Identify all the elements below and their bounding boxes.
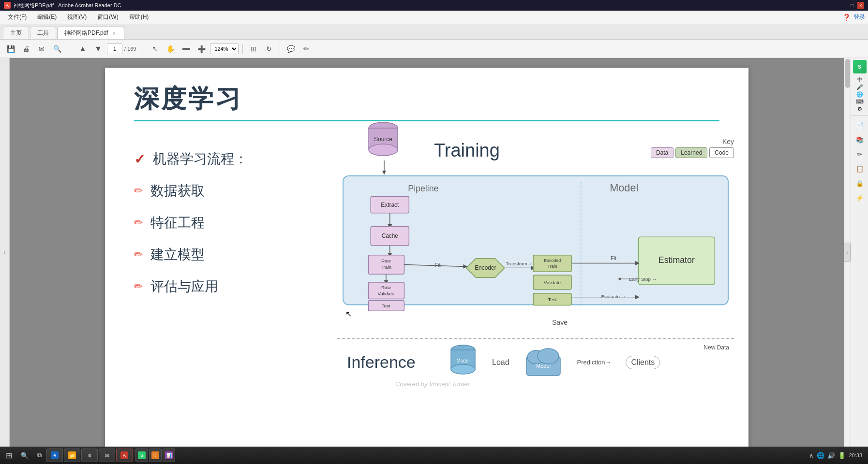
list-item-workflow: ✓ 机器学习流程： [134,150,248,168]
ml-diagram: Source Training Key [337,135,734,380]
more-taskbar-apps: S 🛡 📊 [135,449,175,462]
search-button[interactable]: 🔍 [50,42,64,56]
load-label: Load [492,358,509,367]
app-icon: A [4,2,11,9]
tab-close-icon[interactable]: × [111,30,117,37]
comment-button[interactable]: 💬 [284,42,298,56]
cloud-model-icon: Model [524,347,563,378]
menu-window[interactable]: 窗口(W) [92,12,123,23]
tray-caret[interactable]: ∧ [809,452,814,459]
svg-text:Fit: Fit [611,255,616,261]
task-view-button[interactable]: ⧉ [33,449,45,462]
taskbar-app-6[interactable]: 🛡 [149,449,162,462]
next-page-button[interactable]: ▼ [91,42,105,56]
hand-tool-button[interactable]: ✋ [164,42,177,56]
toolbar: 💾 🖨 ✉ 🔍 ▲ ▼ / 169 ↖ ✋ ➖ ➕ 124% 100% 75% … [0,40,868,58]
svg-point-47 [451,364,475,374]
fit-page-button[interactable]: ⊞ [247,42,260,56]
cursor-tool-button[interactable]: ↖ [148,42,162,56]
sogou-keyboard-icon[interactable]: ⌨ [856,99,864,105]
taskbar-app-folder[interactable]: 📁 [64,449,80,462]
prev-page-button[interactable]: ▲ [76,42,90,56]
right-panel-btn-3[interactable]: ✏ [853,147,867,161]
menu-file[interactable]: 文件(F) [3,12,31,23]
toolbar-separator-1 [68,44,68,54]
tray-network-icon: 🌐 [817,452,824,459]
right-panel-btn-4[interactable]: 📋 [853,162,867,175]
pencil-icon-1: ✏ [134,185,143,197]
taskbar-app-email[interactable]: ✉ [99,449,115,462]
taskbar: ⊞ 🔍 ⧉ e 📁 ⚙ ✉ A S 🛡 📊 ∧ 🌐 🔊 🔋 20:33 [0,447,868,464]
copyright-text: Covered by Vincent Turner [395,380,470,388]
taskbar-app-5[interactable]: S [135,449,148,462]
close-button[interactable]: × [857,2,864,9]
rotate-button[interactable]: ↻ [262,42,276,56]
app6-icon: 🛡 [151,451,159,459]
pencil-icon-2: ✏ [134,217,143,229]
eval-apply-label: 评估与应用 [150,277,218,296]
taskbar-app-acrobat[interactable]: A [116,449,133,462]
sogou-translate-icon[interactable]: 🌐 [856,91,863,98]
page-navigation: ▲ ▼ / 169 [76,42,136,56]
sogou-icon[interactable]: S [853,60,867,73]
list-item-model: ✏ 建立模型 [134,246,248,264]
folder-icon: 📁 [68,451,76,459]
taskbar-app-ie[interactable]: e [46,449,63,462]
sogou-mic-icon[interactable]: 🎤 [856,84,863,90]
pipeline-model-container: Pipeline Model Extract [342,174,729,316]
workflow-label: 机器学习流程： [153,150,248,168]
window-controls: — □ × [840,2,864,9]
zoom-select[interactable]: 124% 100% 75% 150% 200% [210,44,239,54]
scroll-thumb[interactable] [845,59,850,88]
menu-view[interactable]: 视图(V) [62,12,91,23]
menu-edit[interactable]: 编辑(E) [32,12,61,23]
list-item-eval: ✏ 评估与应用 [134,277,248,296]
right-panel-btn-1[interactable]: 📄 [853,118,867,132]
toolbar-separator-2 [144,44,144,54]
sogou-settings-icon[interactable]: ⚙ [857,106,862,112]
right-panel-btn-5[interactable]: 🔒 [853,176,867,190]
pencil-icon-3: ✏ [134,248,143,261]
minimize-button[interactable]: — [840,2,847,9]
help-icon[interactable]: ❓ [842,14,851,21]
pipeline-model-svg: Pipeline Model Extract [342,174,729,314]
pen-button[interactable]: ✏ [299,42,313,56]
svg-text:Validate: Validate [377,291,394,296]
right-panel-btn-2[interactable]: 📚 [853,133,867,146]
svg-text:Test: Test [382,303,390,308]
page-number-input[interactable] [107,44,122,54]
save-button[interactable]: 💾 [4,42,17,56]
right-panel-btn-6[interactable]: ⚡ [853,191,867,204]
zoom-in-button[interactable]: ➕ [195,42,208,56]
svg-point-2 [369,144,398,156]
search-taskbar-button[interactable]: 🔍 [17,449,32,462]
menu-help[interactable]: 帮助(H) [124,12,154,23]
pencil-icon-4: ✏ [134,280,143,293]
right-panel-collapse[interactable]: ‹ [844,243,851,262]
tab-home[interactable]: 主页 [3,27,29,39]
page-total: / 169 [124,46,136,52]
ie-icon: e [51,451,59,459]
tab-tools[interactable]: 工具 [30,27,56,39]
svg-text:Test: Test [548,297,557,302]
toolbar-separator-4 [280,44,280,54]
source-node: Source [366,121,400,161]
start-button[interactable]: ⊞ [2,449,16,462]
key-data-item: Data [651,147,673,158]
print-button[interactable]: 🖨 [19,42,33,56]
taskbar-time: 20:33 [849,452,862,458]
taskbar-app-7[interactable]: 📊 [163,449,175,462]
signin-button[interactable]: 登录 [853,13,865,21]
app7-icon: 📊 [165,451,173,459]
svg-text:Model: Model [610,182,638,194]
maximize-button[interactable]: □ [849,2,855,9]
taskbar-app-settings[interactable]: ⚙ [81,449,98,462]
sogou-cn-btn[interactable]: 中 [857,76,862,83]
tab-pdf[interactable]: 神经网络PDF.pdf × [57,27,124,39]
svg-text:Transform→: Transform→ [506,261,532,266]
svg-text:Estimator: Estimator [658,256,695,265]
prediction-label: Prediction→ [577,359,612,366]
zoom-out-button[interactable]: ➖ [179,42,193,56]
left-panel-toggle[interactable]: › [0,58,10,447]
email-button[interactable]: ✉ [35,42,48,56]
